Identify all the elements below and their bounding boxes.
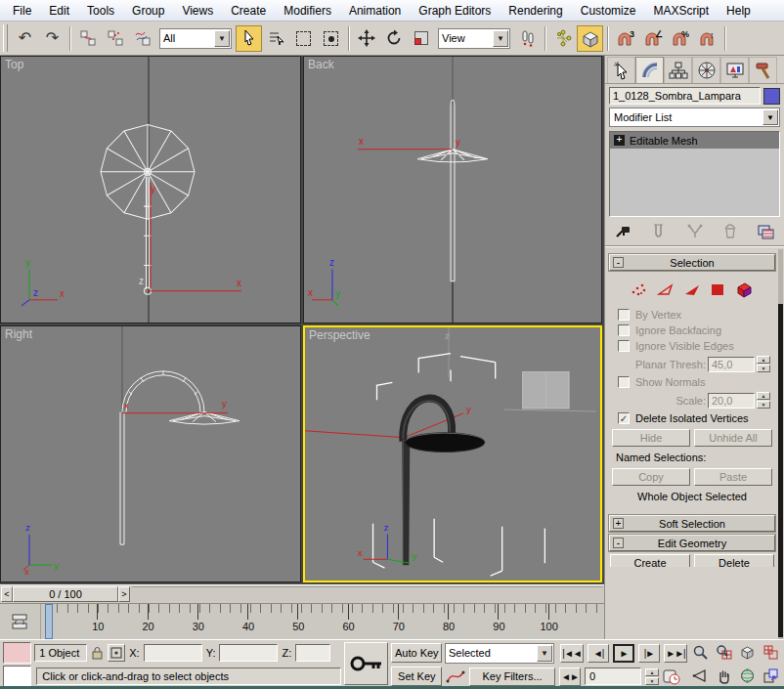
time-slider-handle[interactable]: 0 / 100 bbox=[13, 586, 118, 602]
checkbox[interactable] bbox=[618, 340, 630, 352]
menu-item[interactable]: Group bbox=[123, 0, 173, 21]
delete-isolated-vertices-checkbox-row[interactable]: ✓ Delete Isolated Vertices bbox=[618, 412, 774, 424]
create-button[interactable]: Create bbox=[610, 554, 690, 567]
go-to-start-button[interactable]: |◄◄ bbox=[560, 644, 584, 663]
percent-snap-toggle-button[interactable]: % bbox=[667, 25, 693, 52]
z-coordinate-field[interactable] bbox=[295, 644, 330, 662]
default-tangents-icon[interactable] bbox=[446, 667, 465, 685]
object-color-swatch[interactable] bbox=[763, 88, 780, 105]
angle-snap-toggle-button[interactable]: ∠ bbox=[639, 25, 666, 52]
play-button[interactable]: ► bbox=[613, 644, 634, 663]
menu-item[interactable]: Modifiers bbox=[275, 0, 340, 21]
pan-button[interactable] bbox=[713, 665, 735, 687]
unlink-selection-button[interactable] bbox=[102, 25, 128, 52]
field-of-view-button[interactable] bbox=[689, 665, 712, 687]
selection-rollout-header[interactable]: - Selection bbox=[609, 254, 775, 271]
select-and-manipulate-button[interactable] bbox=[549, 25, 576, 52]
tab-motion[interactable] bbox=[692, 57, 720, 83]
zoom-all-button[interactable] bbox=[713, 641, 735, 664]
vertex-subobject-icon[interactable] bbox=[631, 281, 648, 297]
checkbox[interactable] bbox=[618, 309, 630, 321]
configure-modifier-sets-icon[interactable] bbox=[757, 224, 774, 239]
modifier-stack-list[interactable]: + Editable Mesh bbox=[609, 131, 780, 217]
show-end-result-icon[interactable] bbox=[652, 224, 666, 239]
select-and-link-button[interactable] bbox=[74, 25, 101, 52]
menu-item[interactable]: Graph Editors bbox=[410, 0, 500, 21]
menu-item[interactable]: Tools bbox=[78, 0, 123, 21]
set-key-button[interactable]: Set Key bbox=[391, 667, 442, 686]
soft-selection-rollout-header[interactable]: + Soft Selection bbox=[609, 515, 775, 532]
snaps-toggle-button[interactable] bbox=[577, 25, 603, 52]
viewport-top-label[interactable]: Top bbox=[5, 58, 23, 71]
edit-geometry-rollout-header[interactable]: - Edit Geometry bbox=[609, 535, 775, 551]
planar-thresh-spinner[interactable]: ▲▼ bbox=[757, 356, 770, 372]
menu-item[interactable]: Edit bbox=[40, 0, 78, 21]
expand-icon[interactable]: + bbox=[613, 518, 624, 529]
key-mode-toggle-button[interactable]: ◄► bbox=[559, 667, 581, 686]
rectangular-selection-region-button[interactable] bbox=[290, 25, 317, 52]
go-to-end-button[interactable]: ►►| bbox=[664, 644, 687, 663]
tab-display[interactable] bbox=[720, 57, 749, 83]
dropdown-arrow-icon[interactable]: ▼ bbox=[537, 645, 552, 662]
x-coordinate-field[interactable] bbox=[144, 644, 202, 662]
checkbox[interactable] bbox=[618, 324, 630, 336]
tab-hierarchy[interactable] bbox=[664, 57, 692, 83]
select-and-rotate-button[interactable] bbox=[380, 25, 407, 52]
menu-item[interactable]: Animation bbox=[340, 0, 410, 21]
time-slider-prev-button[interactable]: < bbox=[1, 586, 13, 602]
viewport-top[interactable]: Top y x z y x bbox=[0, 56, 301, 323]
frame-spinner[interactable]: ▲▼ bbox=[645, 668, 659, 685]
absolute-offset-toggle[interactable] bbox=[108, 644, 125, 662]
dropdown-arrow-icon[interactable]: ▼ bbox=[762, 109, 778, 125]
arc-rotate-button[interactable] bbox=[736, 665, 759, 687]
bind-to-space-warp-button[interactable] bbox=[129, 25, 155, 52]
min-max-toggle-button[interactable] bbox=[760, 665, 782, 687]
menu-item[interactable]: Rendering bbox=[500, 0, 571, 21]
next-frame-button[interactable]: |► bbox=[638, 644, 660, 663]
snap-3d-toggle-button[interactable]: 3 bbox=[612, 25, 638, 52]
select-by-name-button[interactable] bbox=[263, 25, 289, 52]
menu-item[interactable]: Views bbox=[173, 0, 222, 21]
track-bar-ruler[interactable]: 0102030405060708090100 bbox=[41, 604, 604, 639]
tab-utilities[interactable] bbox=[749, 57, 777, 83]
dropdown-arrow-icon[interactable]: ▼ bbox=[214, 30, 230, 47]
undo-button[interactable]: ↶ bbox=[12, 25, 38, 52]
ignore-visible-edges-checkbox-row[interactable]: Ignore Visible Edges bbox=[618, 340, 774, 352]
element-subobject-icon[interactable] bbox=[735, 281, 754, 298]
time-configuration-icon[interactable] bbox=[663, 668, 680, 685]
maxscript-mini-listener[interactable] bbox=[0, 640, 34, 689]
edge-subobject-icon[interactable] bbox=[657, 281, 675, 297]
reference-coordinate-system-dropdown[interactable]: View ▼ bbox=[438, 28, 510, 49]
viewport-back-label[interactable]: Back bbox=[308, 58, 334, 71]
ignore-backfacing-checkbox-row[interactable]: Ignore Backfacing bbox=[618, 324, 774, 336]
open-mini-curve-editor-button[interactable] bbox=[0, 604, 41, 639]
menu-item[interactable]: File bbox=[4, 0, 40, 21]
planar-thresh-field[interactable]: 45,0 bbox=[708, 357, 755, 372]
pin-stack-icon[interactable] bbox=[615, 224, 632, 239]
listener-script-line[interactable] bbox=[3, 666, 31, 687]
key-filters-button[interactable]: Key Filters... bbox=[469, 667, 555, 686]
y-coordinate-field[interactable] bbox=[219, 644, 278, 662]
dropdown-arrow-icon[interactable]: ▼ bbox=[493, 30, 508, 47]
zoom-button[interactable] bbox=[689, 641, 712, 664]
zoom-extents-button[interactable] bbox=[736, 641, 759, 664]
checkbox-checked[interactable]: ✓ bbox=[618, 412, 630, 424]
remove-modifier-icon[interactable] bbox=[723, 224, 737, 239]
select-and-scale-button[interactable] bbox=[408, 25, 434, 52]
checkbox[interactable] bbox=[618, 376, 630, 388]
time-slider-next-button[interactable]: > bbox=[118, 586, 130, 602]
key-mode-dropdown[interactable]: Selected ▼ bbox=[445, 643, 554, 664]
set-keys-button[interactable] bbox=[344, 642, 388, 685]
viewport-right-label[interactable]: Right bbox=[5, 327, 32, 341]
time-slider-track[interactable] bbox=[132, 586, 603, 602]
hide-button[interactable]: Hide bbox=[612, 429, 690, 447]
object-name-field[interactable]: 1_0128_Sombra_Lampara bbox=[609, 87, 761, 105]
spinner-snap-toggle-button[interactable]: ↕ bbox=[694, 25, 720, 52]
viewport-right[interactable]: Right x y z x y bbox=[0, 325, 301, 582]
tab-modify[interactable] bbox=[635, 57, 664, 83]
collapse-icon[interactable]: - bbox=[613, 538, 624, 548]
current-frame-field[interactable]: 0 bbox=[585, 667, 641, 685]
collapse-icon[interactable]: - bbox=[613, 257, 624, 268]
use-pivot-point-center-button[interactable] bbox=[514, 25, 541, 52]
by-vertex-checkbox-row[interactable]: By Vertex bbox=[618, 309, 774, 321]
